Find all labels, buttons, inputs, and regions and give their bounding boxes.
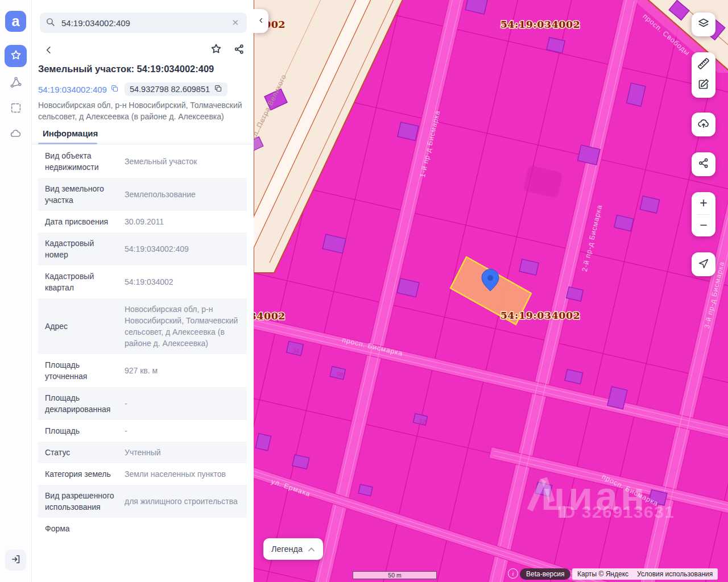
locate-button[interactable] — [692, 252, 715, 276]
favorite-button[interactable] — [208, 42, 224, 58]
row-value: Земельный участок — [125, 156, 240, 167]
table-row: Площадь уточненная 927 кв. м — [38, 354, 247, 387]
table-row: Кадастровый квартал 54:19:034002 — [38, 265, 247, 298]
chevron-up-icon — [308, 544, 315, 554]
layers-button[interactable] — [692, 13, 715, 36]
sidebar-item-favorites[interactable] — [5, 45, 27, 67]
share-button[interactable] — [231, 42, 247, 58]
row-label: Площадь декларированная — [45, 392, 119, 415]
share-nodes-icon — [233, 43, 245, 57]
watermark-id: ID 326913631 — [557, 502, 675, 522]
table-row: Дата присвоения 30.09.2011 — [38, 211, 247, 232]
search-input[interactable] — [60, 18, 229, 28]
row-label: Вид земельного участка — [45, 183, 119, 206]
beta-badge: Beta-версия — [520, 568, 570, 580]
row-label: Кадастровый квартал — [45, 271, 119, 293]
svg-text:54:19:034002: 54:19:034002 — [500, 310, 581, 321]
table-row: Кадастровый номер 54:19:034002:409 — [38, 232, 247, 265]
info-icon[interactable]: i — [508, 568, 518, 579]
row-label: Вид разрешенного использования — [45, 490, 119, 513]
row-label: Площадь уточненная — [45, 359, 119, 382]
sidebar-item-area-select[interactable] — [5, 98, 27, 120]
row-label: Вид объекта недвижимости — [45, 150, 119, 173]
zoom-in-button[interactable]: + — [692, 193, 715, 214]
map-attribution: Карты © Яндекс Условия использования — [572, 568, 718, 580]
copy-icon[interactable] — [214, 84, 222, 94]
row-label: Площадь — [45, 425, 119, 436]
share-map-button[interactable] — [692, 152, 715, 176]
navigation-arrow-icon — [697, 257, 710, 272]
clear-search-icon[interactable]: ✕ — [229, 16, 241, 29]
upload-button[interactable] — [692, 113, 715, 136]
tabs-bar: Информация — [31, 127, 254, 144]
search-icon — [46, 17, 55, 29]
star-icon — [10, 49, 22, 64]
cadastral-map[interactable]: 56 58 52 11 ул. Петра Великого — [254, 0, 728, 582]
row-value: 927 кв. м — [125, 365, 240, 376]
collapse-panel-button[interactable] — [254, 9, 268, 33]
table-row: Форма — [38, 518, 247, 539]
table-row: Статус Учтенный — [38, 442, 247, 463]
row-label: Статус — [45, 447, 119, 458]
cadastral-number-link[interactable]: 54:19:034002:409 — [38, 84, 119, 94]
dashed-square-icon — [10, 102, 22, 117]
svg-text:54:19:034002: 54:19:034002 — [500, 19, 581, 30]
sidebar-item-cloud[interactable] — [5, 123, 27, 146]
row-value: Землепользование — [125, 189, 240, 200]
icon-rail: a — [0, 0, 32, 582]
row-label: Форма — [45, 523, 119, 534]
row-label: Категория земель — [45, 468, 119, 480]
edit-icon[interactable] — [697, 77, 710, 93]
row-value: 54:19:034002:409 — [125, 243, 240, 255]
sidebar-item-polygon-select[interactable] — [5, 72, 27, 94]
map-container: 56 58 52 11 ул. Петра Великого — [254, 0, 728, 582]
polygon-icon — [10, 76, 22, 91]
row-label: Дата присвоения — [45, 216, 119, 227]
terms-link[interactable]: Условия использования — [637, 570, 713, 578]
tab-information[interactable]: Информация — [38, 127, 102, 138]
row-value: Новосибирская обл, р-н Новосибирский, То… — [125, 304, 240, 349]
table-row: Вид земельного участка Землепользование — [38, 178, 247, 211]
svg-text:54:19:034002: 54:19:034002 — [254, 310, 286, 322]
share-nodes-icon — [697, 157, 710, 172]
panel-toolbar — [40, 41, 247, 60]
zoom-out-button[interactable]: − — [692, 215, 715, 236]
back-button[interactable] — [40, 41, 58, 59]
table-row: Вид разрешенного использования для жилищ… — [38, 485, 247, 518]
legend-button[interactable]: Легенда — [263, 538, 323, 560]
row-value: Земли населенных пунктов — [125, 468, 240, 480]
tab-underline — [38, 143, 97, 144]
table-row: Площадь - — [38, 420, 247, 442]
page-title: Земельный участок: 54:19:034002:409 — [38, 64, 247, 74]
login-bracket-icon — [10, 554, 22, 567]
info-table: Вид объекта недвижимости Земельный участ… — [38, 145, 247, 544]
search-bar: ✕ — [40, 13, 247, 33]
measure-tools-group — [692, 52, 715, 98]
cadastral-viewer-app: a ✕ Земельный участок: 54:19:034002:409 — [0, 0, 728, 582]
row-value: Учтенный — [125, 447, 240, 458]
row-label: Адрес — [45, 321, 119, 332]
row-value: для жилищного строительства — [125, 496, 240, 507]
coordinates-chip[interactable]: 54.932798 82.609851 — [125, 82, 228, 96]
app-logo-letter: a — [12, 13, 20, 30]
row-value: 30.09.2011 — [125, 216, 240, 227]
cloud-icon — [10, 127, 22, 142]
row-label: Кадастровый номер — [45, 238, 119, 260]
row-value: - — [125, 398, 240, 409]
row-value: - — [125, 425, 240, 436]
layers-icon — [697, 16, 710, 32]
row-value: 54:19:034002 — [125, 276, 240, 288]
app-logo[interactable]: a — [5, 11, 26, 32]
zoom-controls: + − — [692, 192, 715, 236]
cloud-upload-icon — [697, 117, 710, 132]
exit-button[interactable] — [5, 550, 26, 571]
object-address: Новосибирская обл, р-н Новосибирский, То… — [38, 99, 246, 122]
ruler-icon[interactable] — [697, 57, 710, 73]
scale-bar: 50 m — [353, 571, 437, 579]
copy-icon[interactable] — [110, 84, 119, 94]
table-row: Площадь декларированная - — [38, 387, 247, 420]
yandex-maps-link[interactable]: Карты © Яндекс — [577, 570, 628, 578]
chips-row: 54:19:034002:409 54.932798 82.609851 — [38, 82, 250, 96]
star-icon — [210, 43, 222, 57]
table-row: Адрес Новосибирская обл, р-н Новосибирск… — [38, 298, 247, 354]
